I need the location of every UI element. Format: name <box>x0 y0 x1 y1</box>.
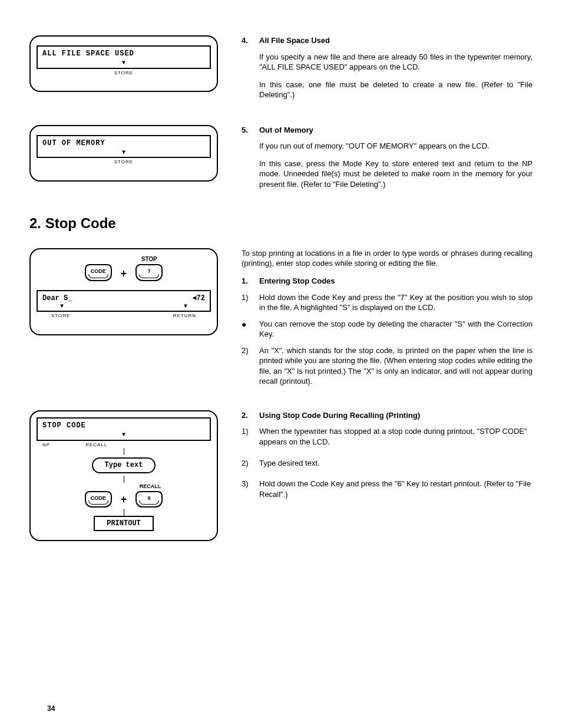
diagram-using-stop-code: STOP CODE ▼ NP RECALL Type text RECALL C… <box>29 410 218 541</box>
lcd-sublabel: STORE <box>114 70 133 77</box>
lcd-right-text: ◄72 <box>192 294 205 303</box>
pointer-icon: ▼ <box>122 431 125 439</box>
six-key-icon: 6 <box>135 491 163 508</box>
paragraph: If you run out of memory, "OUT OF MEMORY… <box>259 141 533 151</box>
step-number: 1) <box>242 292 253 313</box>
step-number: 2) <box>242 458 253 469</box>
step-number: 1) <box>242 426 253 447</box>
plus-icon: + <box>121 492 127 506</box>
item-title: Entering Stop Codes <box>259 276 335 286</box>
item-title: Using Stop Code During Recalling (Printi… <box>259 410 420 421</box>
diagram-enter-stop-code: CODE + STOP 7 Dear S_ ◄72 ▼ ▼ <box>29 248 218 335</box>
step-text: Type desired text. <box>259 458 320 469</box>
section-title: 2. Stop Code <box>29 214 533 233</box>
paragraph: In this case, press the Mode Key to stor… <box>259 159 533 190</box>
item-number: 1. <box>242 276 253 286</box>
item-title: All File Space Used <box>259 35 330 46</box>
paragraph: If you specify a new file and there are … <box>259 52 533 73</box>
code-key-icon: CODE <box>85 264 112 281</box>
step-text: Hold down the Code Key and press the "7"… <box>259 292 533 313</box>
step-number: 3) <box>242 479 253 499</box>
seven-key-icon: 7 <box>135 264 163 281</box>
lcd-sublabel: RETURN <box>173 313 196 319</box>
item-number: 5. <box>242 125 253 136</box>
pointer-icon: ▼ <box>184 302 187 311</box>
stop-label: STOP <box>135 255 163 263</box>
recall-label: RECALL <box>37 483 211 490</box>
pointer-icon: ▼ <box>122 149 125 157</box>
step-number: 2) <box>242 345 253 387</box>
step-text: When the typewriter has stopped at a sto… <box>259 426 533 447</box>
lcd-text: ALL FILE SPACE USED <box>42 49 205 58</box>
step-text: You can remove the stop code by deleting… <box>259 319 533 340</box>
intro-paragraph: To stop printing at locations in a file … <box>242 248 533 269</box>
plus-icon: + <box>121 266 127 281</box>
lcd-sublabel: NP <box>42 442 50 449</box>
paragraph: In this case, one file must be deleted t… <box>259 80 533 100</box>
lcd-sublabel: STORE <box>114 159 133 166</box>
lcd-out-of-memory: OUT OF MEMORY ▼ STORE <box>29 125 218 182</box>
code-key-icon: CODE <box>85 491 112 508</box>
item-title: Out of Memory <box>259 125 313 136</box>
lcd-sublabel: RECALL <box>85 442 107 449</box>
pointer-icon: ▼ <box>60 302 64 311</box>
lcd-all-file-space: ALL FILE SPACE USED ▼ STORE <box>29 35 218 92</box>
item-number: 2. <box>242 410 253 421</box>
lcd-left-text: Dear S_ <box>42 294 72 303</box>
step-text: An "X", which stands for the stop code, … <box>259 345 533 387</box>
item-number: 4. <box>242 35 253 46</box>
bullet-icon: ● <box>242 319 253 340</box>
lcd-text: STOP CODE <box>42 421 205 430</box>
printout-box: PRINTOUT <box>94 516 154 531</box>
pointer-icon: ▼ <box>122 59 125 67</box>
lcd-sublabel: STORE <box>51 313 70 319</box>
lcd-text: OUT OF MEMORY <box>42 139 205 148</box>
step-text: Hold down the Code Key and press the "6"… <box>259 479 533 499</box>
type-text-box: Type text <box>92 457 156 473</box>
